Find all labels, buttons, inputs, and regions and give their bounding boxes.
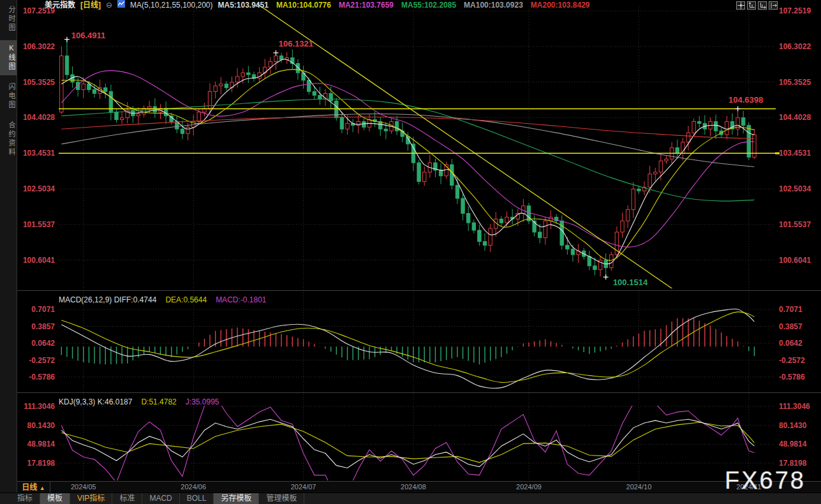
- y-axis-label: 48.9814: [779, 440, 807, 448]
- period-label: 日线: [22, 483, 37, 492]
- sidebar: 分时图K线图闪电图合约资料: [0, 0, 17, 493]
- axis-scale-left-icon[interactable]: [747, 1, 756, 10]
- y-axis-label: 104.4028: [23, 113, 55, 122]
- sidebar-item-time-chart[interactable]: 分时图: [0, 2, 17, 36]
- kdj-lines: [61, 396, 754, 482]
- ma-overlays: [61, 59, 754, 264]
- watermark: FX678: [725, 467, 806, 494]
- y-axis-label: 106.3022: [23, 42, 55, 51]
- y-axis-label: 106.3022: [779, 42, 811, 51]
- tab-save-template[interactable]: 另存模板: [214, 493, 259, 504]
- y-axis-label: 80.1430: [27, 421, 55, 430]
- x-axis-label: 2024/07: [287, 483, 320, 491]
- sidebar-item-contract-info[interactable]: 合约资料: [0, 117, 17, 161]
- ma-group-label: MA(5,10,21,55,100,200): [130, 1, 212, 10]
- ma-values: MA5:103.9451MA10:104.0776MA21:103.7659MA…: [218, 1, 590, 10]
- tab-templates[interactable]: 模板: [40, 493, 70, 504]
- y-axis-label: 105.3525: [779, 78, 811, 87]
- price-annotation: 104.6398: [729, 95, 763, 105]
- y-axis-label: 101.5537: [779, 220, 811, 229]
- bottom-tabs: 指标模板VIP指标标准MACDBOLL另存模板管理模板: [0, 493, 821, 504]
- tab-indicators[interactable]: 指标: [10, 493, 40, 504]
- indicator-label: MACD(26,12,9) DIFF:0.4744DEA:0.5644MACD:…: [59, 295, 267, 304]
- price-annotation: 100.1514: [613, 278, 648, 287]
- y-axis-label: 80.1430: [779, 421, 807, 430]
- ma-value: MA21:103.7659: [339, 1, 394, 10]
- y-axis-label: 104.4028: [779, 113, 811, 122]
- y-axis-label: -0.5786: [29, 373, 55, 382]
- y-axis-label: 103.4531: [779, 149, 811, 158]
- macd-histogram: [61, 318, 754, 365]
- y-axis-label: 0.3857: [31, 322, 55, 331]
- price-annotation: 106.4911: [71, 31, 106, 40]
- ma-indicator-icon: [117, 0, 125, 10]
- y-axis-label: 17.8198: [779, 459, 807, 468]
- timeline-bar: 日线 ▲ 2024/052024/062024/072024/082024/09…: [17, 481, 821, 493]
- symbol-title: 美元指数: [45, 1, 75, 10]
- period-selector[interactable]: 日线 ▲: [17, 482, 50, 493]
- y-axis-label: 111.3046: [779, 402, 810, 411]
- y-axis-labels: 107.2519107.2519106.3022106.3022105.3525…: [23, 6, 811, 468]
- y-axis-label: -0.2572: [779, 356, 805, 365]
- crosshair-tool-icon[interactable]: [736, 1, 745, 10]
- tab-standard[interactable]: 标准: [112, 493, 142, 504]
- tab-boll[interactable]: BOLL: [180, 493, 214, 504]
- y-axis-label: 101.5537: [23, 220, 55, 229]
- x-axis-label: 2024/05: [67, 483, 100, 491]
- axis-scale-right-icon[interactable]: [758, 1, 767, 10]
- price-annotation: 106.1321: [279, 39, 313, 48]
- y-axis-label: 100.6041: [779, 256, 811, 265]
- ma-value: MA5:103.9451: [218, 1, 269, 10]
- y-axis-label: -0.5786: [779, 373, 805, 382]
- y-axis-label: 103.4531: [23, 149, 55, 158]
- gridlines: [17, 6, 821, 480]
- x-axis-label: 2024/10: [622, 483, 655, 491]
- tab-manage-templates[interactable]: 管理模板: [259, 493, 304, 504]
- ma-value: MA10:104.0776: [276, 1, 331, 10]
- x-axis-label: 2024/06: [177, 483, 210, 491]
- y-axis-label: -0.2572: [29, 356, 55, 365]
- ma-line-ma10: [61, 70, 754, 260]
- y-axis-label: 0.0642: [31, 339, 55, 348]
- ma-value: MA55:102.2085: [401, 1, 456, 10]
- sidebar-item-kline-chart[interactable]: K线图: [0, 40, 17, 75]
- y-axis-label: 100.6041: [23, 256, 55, 265]
- chart-canvas[interactable]: 107.2519107.2519106.3022106.3022105.3525…: [0, 0, 821, 482]
- y-axis-label: 102.5034: [779, 184, 811, 193]
- y-axis-label: 17.8198: [27, 459, 55, 468]
- y-axis-label: 105.3525: [23, 78, 55, 87]
- candlestick-series: [60, 40, 757, 278]
- ma-value: MA100:103.0923: [464, 1, 523, 10]
- y-axis-label: 0.0642: [779, 339, 803, 348]
- y-axis-label: 48.9814: [27, 440, 55, 448]
- ma-value: MA200:103.8429: [531, 1, 590, 10]
- tab-vip-indicators[interactable]: VIP指标: [70, 493, 112, 504]
- y-axis-label: 0.7071: [31, 305, 55, 314]
- x-axis-label: 2024/08: [397, 483, 430, 491]
- d-line: [61, 422, 754, 463]
- pop-out-panel-icon[interactable]: [769, 1, 778, 10]
- y-axis-label: 0.3857: [779, 322, 803, 331]
- sidebar-item-lightning-chart[interactable]: 闪电图: [0, 79, 17, 114]
- period-arrow-icon: ▲: [40, 485, 45, 491]
- collapse-icon[interactable]: ⊖: [106, 1, 112, 10]
- y-axis-label: 107.2519: [779, 6, 811, 15]
- ma-line-ma5: [61, 59, 754, 264]
- tab-macd[interactable]: MACD: [142, 493, 179, 504]
- trendline: [252, 0, 683, 295]
- y-axis-label: 0.7071: [779, 305, 803, 314]
- x-axis-label: 2024/09: [512, 483, 545, 491]
- y-axis-label: 102.5034: [23, 184, 55, 193]
- indicator-label: KDJ(9,3,3) K:46.0187D:51.4782J:35.0995: [59, 397, 219, 406]
- header-tools: [736, 1, 778, 10]
- y-axis-label: 111.3046: [24, 402, 55, 411]
- ma-line-ma21: [61, 71, 754, 248]
- period-tag: [日线]: [80, 1, 101, 10]
- j-line: [61, 396, 754, 482]
- chart-header: 美元指数 [日线] ⊖ MA(5,10,21,55,100,200) MA5:1…: [45, 0, 590, 10]
